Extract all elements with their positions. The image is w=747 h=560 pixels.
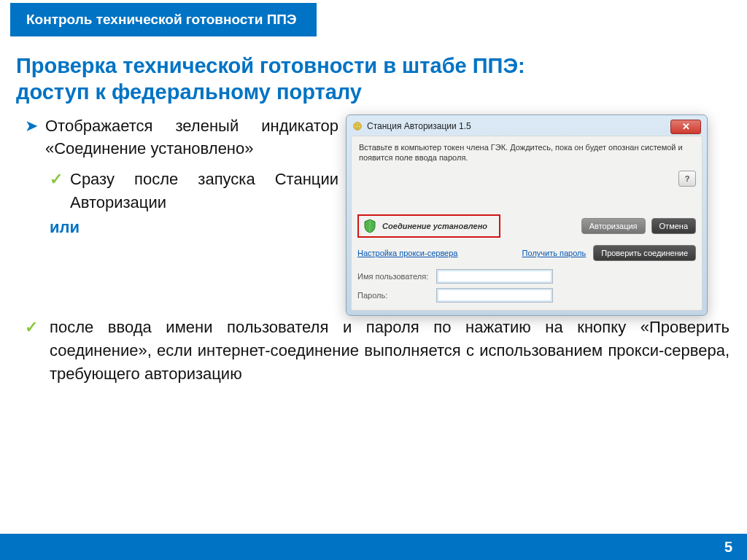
bullet-text: Отображается зеленый индикатор «Соединен… (45, 114, 338, 161)
window-title: Станция Авторизации 1.5 (367, 121, 471, 131)
password-input[interactable] (436, 288, 553, 303)
status-highlight-box: Соединение установлено (357, 214, 500, 238)
page-banner: Контроль технической готовности ППЭ (10, 3, 317, 36)
bullet-list: ➤ Отображается зеленый индикатор «Соедин… (25, 114, 338, 239)
close-button[interactable]: ✕ (670, 120, 701, 134)
svg-point-1 (355, 124, 357, 125)
window-app-icon (352, 121, 363, 131)
arrow-icon: ➤ (25, 114, 38, 161)
page-number: 5 (724, 539, 732, 556)
auth-station-window: Станция Авторизации 1.5 ✕ Вставьте в ком… (346, 114, 708, 316)
connection-status: Соединение установлено (382, 222, 487, 230)
help-button[interactable]: ? (678, 171, 696, 187)
check-icon: ✓ (50, 168, 63, 214)
window-body: Вставьте в компьютер токен члена ГЭК. До… (351, 136, 703, 311)
password-row: Пароль: (352, 286, 702, 310)
svg-point-0 (354, 122, 362, 130)
svg-point-2 (358, 124, 360, 125)
title-line-2: доступ к федеральному порталу (16, 79, 729, 105)
get-password-link[interactable]: Получить пароль (522, 249, 587, 257)
window-titlebar: Станция Авторизации 1.5 (351, 120, 703, 136)
instruction-text: Вставьте в компьютер токен члена ГЭК. До… (352, 136, 702, 170)
footer-bar: 5 (0, 534, 747, 560)
shield-icon (363, 219, 376, 233)
authorize-button[interactable]: Авторизация (581, 218, 646, 234)
bullet-subitem-2: ✓ после ввода имени пользователя и парол… (0, 316, 747, 386)
proxy-settings-link[interactable]: Настройка прокси-сервера (357, 249, 457, 257)
username-label: Имя пользователя: (357, 272, 430, 281)
check-icon: ✓ (25, 316, 38, 339)
username-input[interactable] (436, 269, 553, 284)
username-row: Имя пользователя: (352, 267, 702, 286)
page-title: Проверка технической готовности в штабе … (16, 52, 729, 106)
bullet-subtext-2: после ввода имени пользователя и пароля … (50, 318, 729, 383)
bullet-subtext: Сразу после запуска Станции Авторизации (70, 168, 338, 214)
or-label: или (50, 216, 338, 239)
cancel-button[interactable]: Отмена (651, 218, 696, 234)
title-line-1: Проверка технической готовности в штабе … (16, 52, 729, 79)
check-connection-button[interactable]: Проверить соединение (593, 245, 696, 261)
bullet-item: ➤ Отображается зеленый индикатор «Соедин… (25, 114, 338, 161)
password-label: Пароль: (357, 291, 430, 300)
bullet-subitem: ✓ Сразу после запуска Станции Авторизаци… (50, 168, 338, 214)
